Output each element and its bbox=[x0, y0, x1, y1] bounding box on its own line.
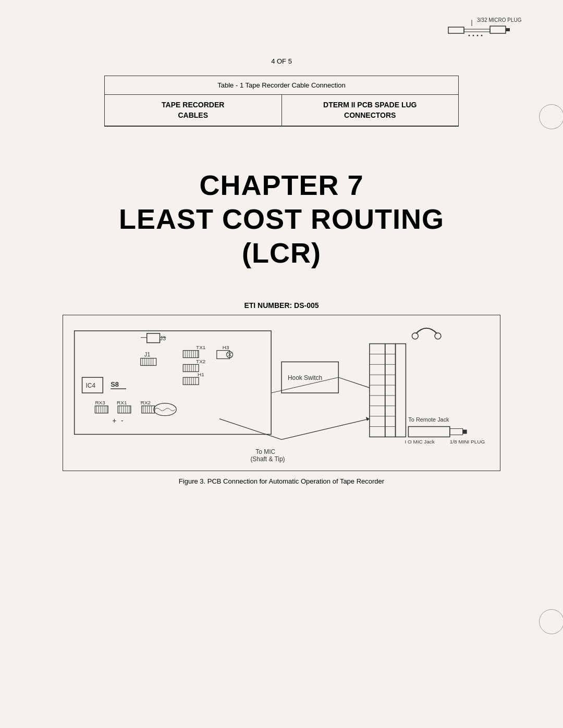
table-header-row: TAPE RECORDER CABLES DTERM II PCB SPADE … bbox=[105, 95, 458, 126]
svg-rect-41 bbox=[183, 377, 199, 385]
figure-caption: Figure 3. PCB Connection for Automatic O… bbox=[42, 477, 521, 485]
svg-text:To MIC: To MIC bbox=[255, 448, 275, 455]
page-number: 4 OF 5 bbox=[42, 57, 521, 65]
svg-rect-19 bbox=[183, 350, 199, 357]
svg-text:J3: J3 bbox=[160, 335, 166, 341]
svg-text:H1: H1 bbox=[198, 372, 204, 377]
svg-text:RX1: RX1 bbox=[117, 399, 127, 405]
svg-point-109 bbox=[435, 332, 441, 339]
svg-line-98 bbox=[282, 418, 370, 439]
svg-text:-: - bbox=[121, 416, 124, 424]
svg-text:H3: H3 bbox=[223, 344, 229, 350]
svg-text:+: + bbox=[112, 416, 116, 424]
svg-rect-84 bbox=[370, 343, 385, 437]
table-caption: Table - 1 Tape Recorder Cable Connection bbox=[105, 76, 458, 95]
svg-marker-99 bbox=[366, 416, 370, 421]
svg-rect-104 bbox=[463, 429, 467, 434]
table-col-2: DTERM II PCB SPADE LUG CONNECTORS bbox=[282, 95, 459, 126]
eti-number: ETI NUMBER: DS-005 bbox=[42, 301, 521, 310]
svg-point-7 bbox=[477, 35, 479, 36]
table-col-1: TAPE RECORDER CABLES bbox=[105, 95, 282, 126]
svg-rect-9 bbox=[75, 330, 271, 434]
svg-point-8 bbox=[481, 35, 483, 36]
svg-point-108 bbox=[412, 332, 418, 339]
svg-text:(Shaft & Tip): (Shaft & Tip) bbox=[250, 455, 285, 463]
svg-text:TX1: TX1 bbox=[196, 344, 206, 350]
svg-rect-36 bbox=[217, 350, 230, 359]
svg-point-6 bbox=[473, 35, 474, 36]
svg-line-95 bbox=[338, 377, 370, 388]
svg-point-5 bbox=[469, 35, 470, 36]
page-circle-bottom bbox=[539, 609, 563, 634]
svg-text:To Remote Jack: To Remote Jack bbox=[408, 416, 449, 422]
svg-rect-86 bbox=[396, 343, 406, 437]
svg-text:I O MIC Jack: I O MIC Jack bbox=[405, 439, 434, 445]
svg-rect-102 bbox=[408, 426, 449, 437]
cable-connection-table: Table - 1 Tape Recorder Cable Connection… bbox=[104, 76, 459, 127]
chapter-title: CHAPTER 7 LEAST COST ROUTING (LCR) bbox=[42, 168, 521, 269]
svg-rect-2 bbox=[464, 29, 490, 32]
svg-text:Hook Switch: Hook Switch bbox=[288, 374, 322, 381]
micro-plug-diagram: 3/32 MICRO PLUG bbox=[422, 16, 527, 49]
chapter-heading: CHAPTER 7 LEAST COST ROUTING (LCR) bbox=[42, 168, 521, 269]
svg-rect-28 bbox=[183, 364, 199, 372]
page: 3/32 MICRO PLUG 4 OF 5 Table - 1 Tape Re… bbox=[0, 0, 563, 728]
pcb-diagram: IC4 S8 J3 TX1 bbox=[63, 315, 500, 471]
svg-text:J1: J1 bbox=[144, 351, 151, 357]
svg-rect-73 bbox=[142, 405, 155, 413]
svg-rect-4 bbox=[506, 28, 510, 31]
svg-text:RX2: RX2 bbox=[141, 399, 151, 405]
svg-text:RX3: RX3 bbox=[95, 399, 105, 405]
svg-rect-65 bbox=[118, 405, 131, 413]
svg-line-97 bbox=[219, 418, 282, 439]
svg-rect-15 bbox=[147, 333, 160, 342]
svg-rect-57 bbox=[95, 405, 108, 413]
svg-text:TX2: TX2 bbox=[196, 359, 206, 364]
svg-rect-3 bbox=[490, 26, 506, 33]
micro-plug-label: 3/32 MICRO PLUG bbox=[477, 17, 522, 23]
svg-text:S8: S8 bbox=[111, 380, 119, 388]
page-circle-top bbox=[539, 104, 563, 129]
svg-rect-85 bbox=[385, 343, 396, 437]
eti-section: ETI NUMBER: DS-005 IC4 S8 J3 TX1 bbox=[42, 301, 521, 485]
svg-rect-103 bbox=[450, 428, 463, 435]
svg-text:IC4: IC4 bbox=[86, 382, 96, 389]
svg-rect-1 bbox=[448, 27, 464, 33]
svg-rect-49 bbox=[141, 358, 156, 365]
svg-text:1/8 MINI PLUG: 1/8 MINI PLUG bbox=[450, 439, 485, 445]
